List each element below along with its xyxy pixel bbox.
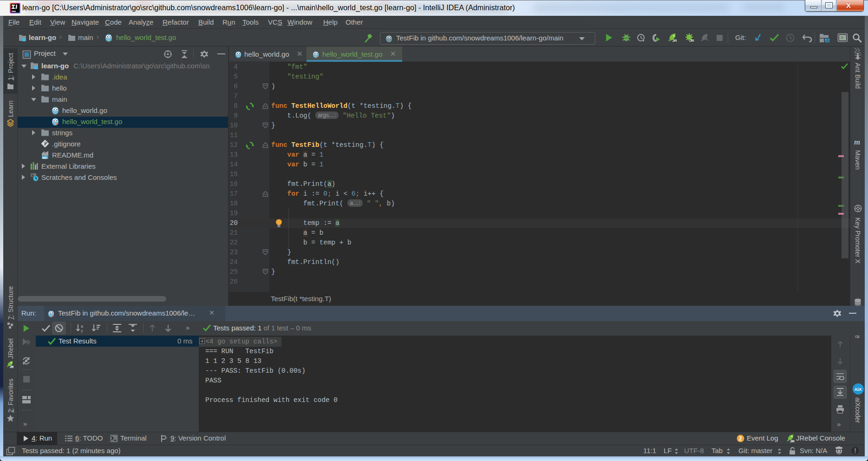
svg-text:MD: MD — [42, 156, 47, 159]
svg-text:JR: JR — [790, 439, 795, 443]
svg-text:JR: JR — [672, 39, 677, 43]
svg-text:a: a — [81, 324, 83, 329]
svg-text:JR: JR — [10, 365, 14, 369]
svg-text:2: 2 — [739, 435, 742, 442]
svg-text:9: 9 — [26, 339, 30, 346]
svg-text:JR: JR — [689, 39, 694, 43]
svg-text:AiX: AiX — [855, 387, 862, 392]
svg-text:z: z — [81, 329, 83, 333]
